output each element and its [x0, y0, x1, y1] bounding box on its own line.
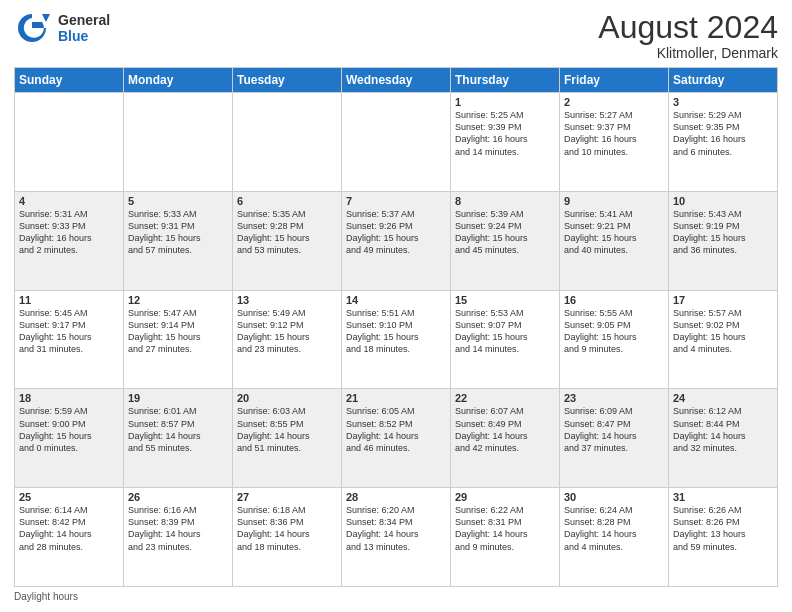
day-number: 11 — [19, 294, 119, 306]
week-row-1: 1Sunrise: 5:25 AM Sunset: 9:39 PM Daylig… — [15, 93, 778, 192]
calendar-cell-4-2: 19Sunrise: 6:01 AM Sunset: 8:57 PM Dayli… — [124, 389, 233, 488]
day-info: Sunrise: 6:07 AM Sunset: 8:49 PM Dayligh… — [455, 405, 555, 454]
calendar-cell-1-2 — [124, 93, 233, 192]
day-info: Sunrise: 5:31 AM Sunset: 9:33 PM Dayligh… — [19, 208, 119, 257]
weekday-header-friday: Friday — [560, 68, 669, 93]
day-number: 15 — [455, 294, 555, 306]
calendar-cell-5-2: 26Sunrise: 6:16 AM Sunset: 8:39 PM Dayli… — [124, 488, 233, 587]
day-number: 12 — [128, 294, 228, 306]
calendar-cell-5-3: 27Sunrise: 6:18 AM Sunset: 8:36 PM Dayli… — [233, 488, 342, 587]
day-number: 2 — [564, 96, 664, 108]
day-number: 30 — [564, 491, 664, 503]
day-info: Sunrise: 6:01 AM Sunset: 8:57 PM Dayligh… — [128, 405, 228, 454]
footer: Daylight hours — [14, 591, 778, 602]
day-number: 21 — [346, 392, 446, 404]
logo-blue: Blue — [58, 28, 110, 44]
daylight-label: Daylight hours — [14, 591, 78, 602]
calendar-cell-3-7: 17Sunrise: 5:57 AM Sunset: 9:02 PM Dayli… — [669, 290, 778, 389]
weekday-header-row: SundayMondayTuesdayWednesdayThursdayFrid… — [15, 68, 778, 93]
day-info: Sunrise: 5:25 AM Sunset: 9:39 PM Dayligh… — [455, 109, 555, 158]
day-number: 25 — [19, 491, 119, 503]
day-number: 22 — [455, 392, 555, 404]
day-number: 1 — [455, 96, 555, 108]
calendar-cell-2-4: 7Sunrise: 5:37 AM Sunset: 9:26 PM Daylig… — [342, 191, 451, 290]
calendar-cell-5-1: 25Sunrise: 6:14 AM Sunset: 8:42 PM Dayli… — [15, 488, 124, 587]
day-number: 3 — [673, 96, 773, 108]
calendar-cell-4-4: 21Sunrise: 6:05 AM Sunset: 8:52 PM Dayli… — [342, 389, 451, 488]
calendar-cell-2-5: 8Sunrise: 5:39 AM Sunset: 9:24 PM Daylig… — [451, 191, 560, 290]
calendar-cell-3-4: 14Sunrise: 5:51 AM Sunset: 9:10 PM Dayli… — [342, 290, 451, 389]
calendar-cell-2-1: 4Sunrise: 5:31 AM Sunset: 9:33 PM Daylig… — [15, 191, 124, 290]
day-info: Sunrise: 5:49 AM Sunset: 9:12 PM Dayligh… — [237, 307, 337, 356]
weekday-header-saturday: Saturday — [669, 68, 778, 93]
calendar-cell-4-7: 24Sunrise: 6:12 AM Sunset: 8:44 PM Dayli… — [669, 389, 778, 488]
calendar-cell-5-5: 29Sunrise: 6:22 AM Sunset: 8:31 PM Dayli… — [451, 488, 560, 587]
day-info: Sunrise: 6:03 AM Sunset: 8:55 PM Dayligh… — [237, 405, 337, 454]
day-number: 4 — [19, 195, 119, 207]
day-info: Sunrise: 5:45 AM Sunset: 9:17 PM Dayligh… — [19, 307, 119, 356]
day-info: Sunrise: 5:27 AM Sunset: 9:37 PM Dayligh… — [564, 109, 664, 158]
day-info: Sunrise: 6:05 AM Sunset: 8:52 PM Dayligh… — [346, 405, 446, 454]
day-info: Sunrise: 6:20 AM Sunset: 8:34 PM Dayligh… — [346, 504, 446, 553]
day-info: Sunrise: 6:12 AM Sunset: 8:44 PM Dayligh… — [673, 405, 773, 454]
day-number: 20 — [237, 392, 337, 404]
day-number: 16 — [564, 294, 664, 306]
weekday-header-monday: Monday — [124, 68, 233, 93]
day-info: Sunrise: 5:29 AM Sunset: 9:35 PM Dayligh… — [673, 109, 773, 158]
day-info: Sunrise: 6:09 AM Sunset: 8:47 PM Dayligh… — [564, 405, 664, 454]
calendar-cell-4-5: 22Sunrise: 6:07 AM Sunset: 8:49 PM Dayli… — [451, 389, 560, 488]
day-info: Sunrise: 6:16 AM Sunset: 8:39 PM Dayligh… — [128, 504, 228, 553]
calendar: SundayMondayTuesdayWednesdayThursdayFrid… — [14, 67, 778, 587]
day-info: Sunrise: 5:59 AM Sunset: 9:00 PM Dayligh… — [19, 405, 119, 454]
title-block: August 2024 Klitmoller, Denmark — [598, 10, 778, 61]
day-info: Sunrise: 5:41 AM Sunset: 9:21 PM Dayligh… — [564, 208, 664, 257]
calendar-cell-1-4 — [342, 93, 451, 192]
day-info: Sunrise: 6:18 AM Sunset: 8:36 PM Dayligh… — [237, 504, 337, 553]
week-row-4: 18Sunrise: 5:59 AM Sunset: 9:00 PM Dayli… — [15, 389, 778, 488]
calendar-cell-5-6: 30Sunrise: 6:24 AM Sunset: 8:28 PM Dayli… — [560, 488, 669, 587]
day-info: Sunrise: 5:37 AM Sunset: 9:26 PM Dayligh… — [346, 208, 446, 257]
day-number: 26 — [128, 491, 228, 503]
calendar-cell-1-7: 3Sunrise: 5:29 AM Sunset: 9:35 PM Daylig… — [669, 93, 778, 192]
logo: GeneralBlue — [14, 10, 110, 46]
day-number: 13 — [237, 294, 337, 306]
day-info: Sunrise: 5:39 AM Sunset: 9:24 PM Dayligh… — [455, 208, 555, 257]
day-number: 19 — [128, 392, 228, 404]
header: GeneralBlue August 2024 Klitmoller, Denm… — [14, 10, 778, 61]
day-number: 8 — [455, 195, 555, 207]
day-info: Sunrise: 5:47 AM Sunset: 9:14 PM Dayligh… — [128, 307, 228, 356]
calendar-cell-5-4: 28Sunrise: 6:20 AM Sunset: 8:34 PM Dayli… — [342, 488, 451, 587]
location: Klitmoller, Denmark — [598, 45, 778, 61]
day-info: Sunrise: 5:35 AM Sunset: 9:28 PM Dayligh… — [237, 208, 337, 257]
week-row-2: 4Sunrise: 5:31 AM Sunset: 9:33 PM Daylig… — [15, 191, 778, 290]
day-number: 27 — [237, 491, 337, 503]
logo-general: General — [58, 12, 110, 28]
weekday-header-wednesday: Wednesday — [342, 68, 451, 93]
calendar-cell-3-6: 16Sunrise: 5:55 AM Sunset: 9:05 PM Dayli… — [560, 290, 669, 389]
day-info: Sunrise: 6:24 AM Sunset: 8:28 PM Dayligh… — [564, 504, 664, 553]
svg-marker-0 — [42, 14, 50, 22]
day-number: 29 — [455, 491, 555, 503]
calendar-cell-5-7: 31Sunrise: 6:26 AM Sunset: 8:26 PM Dayli… — [669, 488, 778, 587]
day-info: Sunrise: 5:33 AM Sunset: 9:31 PM Dayligh… — [128, 208, 228, 257]
calendar-cell-1-1 — [15, 93, 124, 192]
calendar-cell-2-3: 6Sunrise: 5:35 AM Sunset: 9:28 PM Daylig… — [233, 191, 342, 290]
day-number: 24 — [673, 392, 773, 404]
calendar-cell-2-2: 5Sunrise: 5:33 AM Sunset: 9:31 PM Daylig… — [124, 191, 233, 290]
day-number: 23 — [564, 392, 664, 404]
calendar-cell-1-3 — [233, 93, 342, 192]
calendar-cell-3-5: 15Sunrise: 5:53 AM Sunset: 9:07 PM Dayli… — [451, 290, 560, 389]
day-info: Sunrise: 5:53 AM Sunset: 9:07 PM Dayligh… — [455, 307, 555, 356]
day-number: 6 — [237, 195, 337, 207]
day-number: 9 — [564, 195, 664, 207]
day-number: 14 — [346, 294, 446, 306]
week-row-5: 25Sunrise: 6:14 AM Sunset: 8:42 PM Dayli… — [15, 488, 778, 587]
calendar-cell-3-2: 12Sunrise: 5:47 AM Sunset: 9:14 PM Dayli… — [124, 290, 233, 389]
weekday-header-tuesday: Tuesday — [233, 68, 342, 93]
logo-icon — [14, 10, 50, 46]
day-number: 7 — [346, 195, 446, 207]
day-info: Sunrise: 5:51 AM Sunset: 9:10 PM Dayligh… — [346, 307, 446, 356]
day-info: Sunrise: 5:55 AM Sunset: 9:05 PM Dayligh… — [564, 307, 664, 356]
page: GeneralBlue August 2024 Klitmoller, Denm… — [0, 0, 792, 612]
weekday-header-thursday: Thursday — [451, 68, 560, 93]
